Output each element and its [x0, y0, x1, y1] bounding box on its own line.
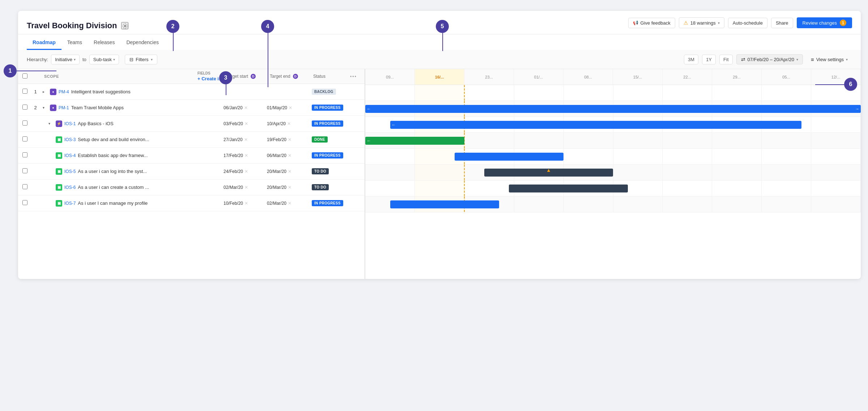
outer-container: 1 2 3 4 5 6 Travel Booking Division — [0, 0, 868, 411]
megaphone-icon: 📢 — [633, 20, 638, 25]
issue-name: Establish basic app dev framew... — [78, 153, 148, 158]
gantt-bar-container: ▲ — [365, 165, 861, 180]
row-1-checkbox[interactable] — [22, 89, 27, 94]
date-clear-icon[interactable]: ✕ — [244, 121, 248, 126]
status-badge: DONE — [312, 136, 328, 143]
gantt-bar-ios6[interactable] — [509, 185, 628, 192]
auto-schedule-button[interactable]: Auto-schedule — [728, 18, 767, 28]
date-clear-icon[interactable]: ✕ — [244, 169, 248, 174]
to-hierarchy-dropdown[interactable]: Sub-task — [89, 55, 119, 64]
gantt-bar-ios7[interactable] — [390, 200, 499, 208]
date-clear-icon[interactable]: ✕ — [244, 137, 248, 142]
status-header: Status — [310, 74, 350, 79]
gantt-bar-container: ← — [365, 117, 861, 132]
table-row: ⚡ IOS-1 App Basics - iOS 03/Feb/20 ✕ 10/… — [18, 116, 365, 132]
time-fit-button[interactable]: Fit — [719, 55, 732, 64]
give-feedback-button[interactable]: 📢 Give feedback — [628, 18, 675, 28]
date-clear-icon[interactable]: ✕ — [288, 153, 292, 158]
time-3m-button[interactable]: 3M — [684, 55, 698, 64]
review-changes-button[interactable]: Review changes 1 — [797, 17, 852, 28]
row-8-issue-cell: ▣ IOS-7 As i user I can manage my profil… — [41, 200, 195, 207]
annotation-4: 4 — [261, 20, 274, 33]
date-clear-icon[interactable]: ✕ — [288, 185, 292, 190]
date-clear-icon[interactable]: ✕ — [289, 105, 292, 110]
row-2-start: 06/Jan/20 ✕ — [224, 105, 267, 110]
tab-releases[interactable]: Releases — [88, 36, 120, 50]
gantt-area: 09... 16/... 23... 01/... 08... 15/... 2… — [365, 69, 861, 279]
gantt-bar-pm1[interactable]: ← → — [365, 105, 861, 113]
date-clear-icon[interactable]: ✕ — [244, 201, 248, 206]
share-button[interactable]: Share — [771, 18, 793, 28]
to-label: to — [82, 57, 86, 62]
main-card: Travel Booking Division 📢 Give feedback … — [18, 11, 861, 279]
row-3-status: IN PROGRESS — [310, 120, 350, 127]
row-2-checkbox[interactable] — [22, 105, 27, 110]
row-checkbox-cell — [18, 200, 30, 206]
issue-id[interactable]: IOS-4 — [64, 153, 76, 158]
issue-id[interactable]: PM-1 — [59, 105, 69, 110]
row-8-checkbox[interactable] — [22, 200, 27, 205]
row-1-num: 1 — [30, 89, 41, 94]
row-5-issue-cell: ▣ IOS-4 Establish basic app dev framew..… — [41, 152, 195, 159]
date-range-button[interactable]: ⇄ 07/Feb/20 – 20/Apr/20 — [736, 54, 803, 64]
gantt-date-col-7: 29... — [712, 69, 762, 85]
warnings-button[interactable]: ⚠ 18 warnings — [679, 17, 724, 28]
gantt-date-col-3: 01/... — [514, 69, 563, 85]
row-4-start: 27/Jan/20 ✕ — [224, 137, 267, 142]
tab-roadmap[interactable]: Roadmap — [27, 36, 61, 50]
issue-id[interactable]: IOS-1 — [64, 121, 76, 126]
select-all-checkbox[interactable] — [22, 73, 27, 79]
date-clear-icon[interactable]: ✕ — [288, 169, 292, 174]
gantt-bar-ios4[interactable] — [455, 153, 563, 161]
filter-icon: ⊟ — [129, 57, 133, 62]
date-clear-icon[interactable]: ✕ — [244, 153, 248, 158]
issue-id[interactable]: IOS-7 — [64, 201, 76, 206]
row-3-checkbox[interactable] — [22, 120, 27, 126]
view-settings-dropdown-icon — [846, 58, 848, 62]
date-clear-icon[interactable]: ✕ — [288, 201, 292, 206]
row-7-checkbox[interactable] — [22, 184, 27, 189]
row-8-start: 10/Feb/20 ✕ — [224, 201, 267, 206]
issue-id[interactable]: IOS-5 — [64, 169, 76, 174]
row-4-checkbox[interactable] — [22, 136, 27, 141]
expand-icon[interactable] — [43, 106, 48, 110]
expand-icon[interactable] — [48, 122, 54, 126]
row-checkbox-cell — [18, 136, 30, 143]
filters-button[interactable]: ⊟ Filters — [125, 55, 157, 64]
row-checkbox-cell — [18, 168, 30, 174]
gantt-bar-container: ← → — [365, 101, 861, 116]
date-clear-icon[interactable]: ✕ — [287, 121, 291, 126]
gantt-row-3: ← — [365, 117, 861, 133]
issue-name: Team Travel Mobile Apps — [71, 105, 124, 110]
issue-id[interactable]: IOS-3 — [64, 137, 76, 142]
issue-name: App Basics - iOS — [78, 121, 113, 126]
date-clear-icon[interactable]: ✕ — [244, 185, 248, 190]
issue-name: As a user i can log into the syst... — [78, 169, 147, 174]
row-5-checkbox[interactable] — [22, 152, 27, 157]
gantt-date-col-4: 08... — [563, 69, 613, 85]
gantt-columns — [365, 85, 861, 101]
time-1y-button[interactable]: 1Y — [702, 55, 716, 64]
gantt-bar-ios5[interactable]: ▲ — [484, 169, 613, 177]
date-clear-icon[interactable]: ✕ — [288, 137, 292, 142]
expand-icon[interactable] — [43, 90, 48, 94]
gantt-bar-ios3[interactable]: ← — [365, 137, 464, 145]
from-hierarchy-dropdown[interactable]: Initiative — [51, 55, 80, 64]
date-clear-icon[interactable]: ✕ — [244, 105, 248, 110]
three-dots-icon — [350, 74, 357, 79]
gantt-date-col-6: 22... — [663, 69, 712, 85]
settings-button[interactable] — [121, 22, 128, 29]
lightning-icon: ⚡ — [56, 120, 62, 127]
tab-dependencies[interactable]: Dependencies — [120, 36, 165, 50]
issue-id[interactable]: IOS-6 — [64, 185, 76, 190]
dots-menu-header[interactable] — [350, 74, 365, 79]
header-left: Travel Booking Division — [27, 21, 128, 30]
view-settings-button[interactable]: ≡ View settings — [807, 55, 852, 64]
gantt-bar-container — [365, 149, 861, 164]
row-4-end: 19/Feb/20 ✕ — [267, 137, 310, 142]
row-6-checkbox[interactable] — [22, 168, 27, 173]
tab-teams[interactable]: Teams — [61, 36, 88, 50]
gantt-bar-ios1[interactable]: ← — [390, 121, 801, 129]
gantt-row-5 — [365, 149, 861, 165]
issue-id[interactable]: PM-4 — [59, 89, 69, 94]
